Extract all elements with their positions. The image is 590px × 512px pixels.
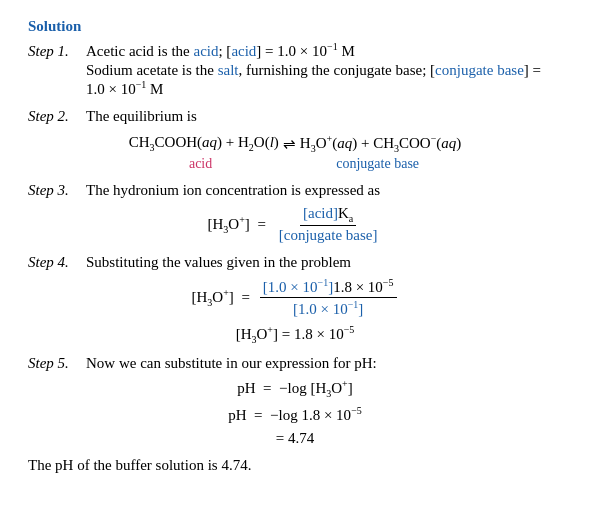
step-3-label: Step 3. — [28, 182, 80, 199]
step-4-text: Substituting the values given in the pro… — [86, 254, 351, 271]
h3o-bracket-4a: [H3O+] — [192, 287, 234, 308]
step-4-formula-1: [H3O+] = [1.0 × 10−1]1.8 × 10−5 [1.0 × 1… — [28, 277, 562, 318]
step-4: Step 4. Substituting the values given in… — [28, 254, 562, 345]
step-3-formula: [H3O+] = [acid]Ka [conjugate base] — [28, 205, 562, 244]
h3o-bracket-3: [H3O+] — [208, 214, 250, 235]
conj-base-label: conjugate base — [336, 156, 419, 172]
step-2: Step 2. The equilibrium is CH3COOH(aq) +… — [28, 108, 562, 172]
frac-num-3: [acid]Ka — [300, 205, 356, 226]
frac-den-4: [1.0 × 10−1] — [290, 298, 366, 318]
ph-eq3: = 4.74 — [276, 430, 314, 447]
step-2-label: Step 2. — [28, 108, 80, 125]
eq-h3o: H3O+(aq) + CH3COO−(aq) — [300, 133, 461, 154]
ph-eq1: pH = −log [H3O+] — [237, 378, 352, 399]
val-num-4: [1.0 × 10−1] — [263, 279, 333, 295]
acid-label: acid — [189, 156, 212, 172]
eq-labels: acid conjugate base — [28, 156, 562, 172]
step-5: Step 5. Now we can substitute in our exp… — [28, 355, 562, 447]
step-5-ph2: pH = −log 1.8 × 10−5 — [28, 405, 562, 424]
step-1-subtext: Sodium acetate is the salt, furnishing t… — [86, 62, 562, 98]
step-5-label: Step 5. — [28, 355, 80, 372]
equals-4a: = — [238, 289, 254, 306]
step-3-text: The hydronium ion concentration is expre… — [86, 182, 380, 199]
step-5-text: Now we can substitute in our expression … — [86, 355, 377, 372]
step-2-text: The equilibrium is — [86, 108, 197, 125]
acid-word: acid — [193, 43, 218, 59]
step-5-ph3: = 4.74 — [28, 430, 562, 447]
h3o-result-4: [H3O+] = 1.8 × 10−5 — [236, 324, 355, 345]
salt-word: salt — [218, 62, 239, 78]
step-1-label: Step 1. — [28, 43, 80, 60]
fraction-3: [acid]Ka [conjugate base] — [276, 205, 381, 244]
ph-eq2: pH = −log 1.8 × 10−5 — [228, 405, 362, 424]
step-3: Step 3. The hydronium ion concentration … — [28, 182, 562, 244]
frac-den-3: [conjugate base] — [276, 226, 381, 244]
eq-ch3cooh: CH3COOH(aq) + H2O(l) — [129, 134, 279, 153]
conjugate-base-bracket: conjugate base — [435, 62, 524, 78]
solution-title: Solution — [28, 18, 562, 35]
acid-bracket: acid — [231, 43, 256, 59]
step-1-text: Acetic acid is the acid; [acid] = 1.0 × … — [86, 41, 355, 60]
step-4-formula-2: [H3O+] = 1.8 × 10−5 — [28, 324, 562, 345]
step-4-label: Step 4. — [28, 254, 80, 271]
final-answer: The pH of the buffer solution is 4.74. — [28, 457, 562, 474]
val-den-4: [1.0 × 10−1] — [293, 301, 363, 317]
frac-num-4: [1.0 × 10−1]1.8 × 10−5 — [260, 277, 397, 298]
fraction-4: [1.0 × 10−1]1.8 × 10−5 [1.0 × 10−1] — [260, 277, 397, 318]
acid-frac: [acid] — [303, 205, 338, 221]
step-5-ph1: pH = −log [H3O+] — [28, 378, 562, 399]
conj-frac: [conjugate base] — [279, 227, 378, 243]
eq-arrow: ⇌ — [283, 135, 296, 153]
step-1: Step 1. Acetic acid is the acid; [acid] … — [28, 41, 562, 98]
equilibrium-equation: CH3COOH(aq) + H2O(l) ⇌ H3O+(aq) + CH3COO… — [28, 133, 562, 154]
equals-3: = — [254, 216, 270, 233]
